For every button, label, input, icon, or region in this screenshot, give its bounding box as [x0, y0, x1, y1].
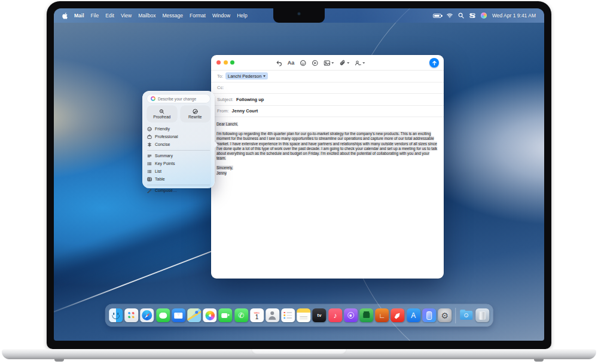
- dock-messages-icon[interactable]: [156, 308, 170, 322]
- body-salutation: Dear Lanchi,: [216, 122, 238, 126]
- subject-field-row[interactable]: Subject: Following up: [211, 94, 444, 106]
- dock-game-rocket-icon[interactable]: [391, 308, 405, 322]
- concise-lines-icon: [147, 142, 152, 147]
- dock-podcasts-icon[interactable]: [344, 308, 358, 322]
- subject-label: Subject:: [217, 97, 233, 102]
- camera-icon: [298, 13, 300, 15]
- pencil-circle-icon: [193, 109, 198, 114]
- list-option[interactable]: List: [147, 167, 210, 175]
- message-body[interactable]: Dear Lanchi, I'm following up regarding …: [211, 117, 444, 181]
- attachment-icon[interactable]: [339, 60, 349, 66]
- dock-facetime-icon[interactable]: [219, 308, 233, 322]
- undo-icon[interactable]: [276, 60, 282, 66]
- menu-bar-clock[interactable]: Wed Apr 1 9:41 AM: [492, 13, 536, 19]
- close-button[interactable]: [216, 60, 221, 65]
- dock-launchpad-icon[interactable]: [124, 308, 138, 322]
- wifi-icon[interactable]: [447, 13, 453, 19]
- mail-compose-window: Aa: [211, 55, 444, 279]
- compose-toolbar: Aa: [276, 55, 365, 71]
- traffic-lights: [216, 60, 234, 65]
- dock-tv-icon[interactable]: tv: [313, 308, 327, 322]
- tone-options: Friendly Professional Concise Summary: [147, 125, 210, 194]
- divider: [147, 185, 210, 185]
- summary-lines-icon: [147, 154, 152, 158]
- chevron-down-icon: [331, 62, 334, 64]
- format-text-icon[interactable]: Aa: [288, 60, 295, 66]
- menu-edit[interactable]: Edit: [105, 13, 114, 19]
- chevron-down-icon: [362, 62, 365, 64]
- summary-option[interactable]: Summary: [147, 152, 210, 160]
- minimize-button[interactable]: [224, 60, 228, 65]
- media-browser-icon[interactable]: [324, 60, 334, 66]
- professional-option[interactable]: Professional: [147, 133, 210, 140]
- laptop-foot: [54, 359, 64, 362]
- menu-help[interactable]: Help: [237, 13, 247, 19]
- laptop-base: [2, 349, 596, 359]
- dock-system-settings-icon[interactable]: ⚙: [438, 308, 451, 322]
- table-option[interactable]: Table: [147, 175, 210, 183]
- dock-maps-icon[interactable]: [187, 308, 201, 322]
- primary-actions: Proofread Rewrite: [147, 106, 210, 122]
- battery-icon[interactable]: [433, 14, 441, 18]
- cc-field-row[interactable]: Cc:: [211, 82, 444, 94]
- macbook-mockup: Mail File Edit View Mailbox Message Form…: [0, 0, 598, 364]
- to-label: To:: [217, 74, 223, 79]
- emoji-icon[interactable]: [300, 60, 306, 66]
- desktop: Mail File Edit View Mailbox Message Form…: [54, 8, 544, 341]
- dock-game-green-icon[interactable]: [359, 308, 373, 322]
- dock-iphone-mirroring-icon[interactable]: [422, 308, 436, 322]
- dock-app-store-icon[interactable]: A: [407, 308, 420, 322]
- from-label: From:: [217, 108, 229, 114]
- dock-downloads-folder-icon[interactable]: ↓: [460, 308, 474, 322]
- signature-icon[interactable]: [355, 60, 365, 66]
- camera-notch: [273, 8, 325, 23]
- dock-contacts-icon[interactable]: [266, 308, 279, 322]
- dock-mail-icon[interactable]: [172, 308, 185, 322]
- dock-trash-icon[interactable]: [475, 308, 489, 322]
- menu-view[interactable]: View: [121, 13, 132, 19]
- dock-notes-icon[interactable]: [297, 308, 311, 322]
- compose-option[interactable]: Compose…: [147, 186, 210, 194]
- menu-window[interactable]: Window: [212, 13, 230, 19]
- dock-finder-icon[interactable]: [109, 308, 123, 322]
- smiley-icon: [147, 127, 152, 131]
- rewrite-button[interactable]: Rewrite: [181, 106, 210, 122]
- menu-file[interactable]: File: [91, 13, 99, 19]
- dock-phone-icon[interactable]: ✆: [234, 308, 248, 322]
- describe-change-input[interactable]: Describe your change: [147, 94, 210, 103]
- zoom-button[interactable]: [230, 60, 234, 65]
- siri-apple-intelligence-icon[interactable]: [481, 13, 487, 19]
- control-center-icon[interactable]: [469, 13, 475, 19]
- dock-game-orange-icon[interactable]: ∟: [375, 308, 389, 322]
- to-recipient-token[interactable]: Lanchi Pederson: [225, 72, 268, 79]
- dock-reminders-icon[interactable]: [281, 308, 295, 322]
- apple-intelligence-icon: [151, 96, 155, 101]
- menu-bar-left: Mail File Edit View Mailbox Message Form…: [62, 13, 248, 19]
- menu-message[interactable]: Message: [162, 13, 183, 19]
- apple-menu-icon[interactable]: [62, 13, 68, 19]
- dock-photos-icon[interactable]: [203, 308, 216, 322]
- menu-format[interactable]: Format: [190, 13, 206, 19]
- from-value: Jenny Court: [232, 108, 258, 114]
- body-closing: Sincerely,: [216, 166, 233, 170]
- spotlight-search-icon[interactable]: [458, 13, 464, 19]
- magnifier-sparkle-icon: [159, 109, 164, 114]
- dock-music-icon[interactable]: ♪: [328, 308, 342, 322]
- concise-option[interactable]: Concise: [147, 140, 210, 148]
- friendly-option[interactable]: Friendly: [147, 125, 210, 133]
- subject-value: Following up: [236, 97, 264, 102]
- from-field-row[interactable]: From: Jenny Court: [211, 106, 444, 118]
- divider: [147, 150, 210, 151]
- proofread-button[interactable]: Proofread: [147, 106, 177, 122]
- menu-mail[interactable]: Mail: [74, 13, 84, 19]
- send-button[interactable]: [429, 58, 439, 68]
- menu-mailbox[interactable]: Mailbox: [138, 13, 155, 19]
- dock-safari-icon[interactable]: [141, 308, 154, 322]
- to-recipient-name: Lanchi Pederson: [228, 74, 261, 79]
- dock-calendar-icon[interactable]: WED1: [250, 308, 264, 322]
- body-paragraph: I'm following up regarding the 4th quart…: [216, 131, 437, 160]
- writing-tools-icon[interactable]: [312, 60, 318, 66]
- key-points-list-icon: [147, 161, 152, 166]
- key-points-option[interactable]: Key Points: [147, 160, 210, 167]
- to-field-row[interactable]: To: Lanchi Pederson: [211, 71, 444, 82]
